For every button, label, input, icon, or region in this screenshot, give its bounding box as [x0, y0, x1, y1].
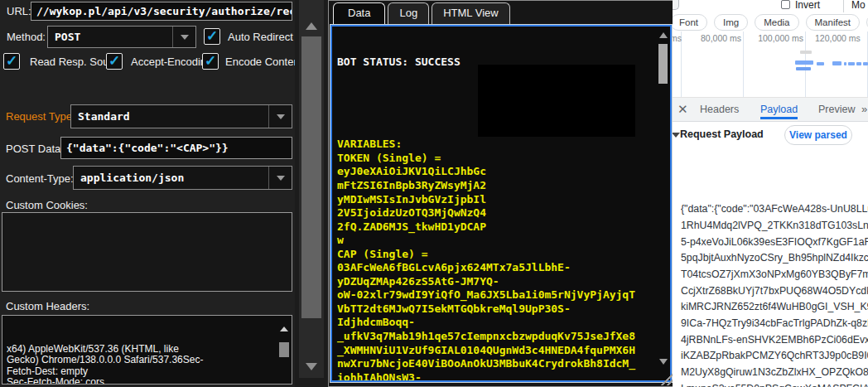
custom-headers-scrollbar[interactable] [278, 317, 290, 382]
scroll-down-icon[interactable] [306, 363, 317, 370]
waterfall-bar [848, 62, 855, 65]
payload-line: LmuneS3ve55D0pPSgCawXoMASPFCIA9 [681, 381, 868, 387]
payload-line: CcjXtrZ68BkUYj7t7bxPUQ68W4O5DYcdk [681, 283, 868, 300]
content-type-value: application/json [74, 172, 268, 184]
scroll-up-icon[interactable] [306, 22, 317, 30]
waterfall-bar [832, 61, 841, 65]
output-textarea[interactable]: BOT STATUS: SUCCESS VARIABLES:TOKEN (Sin… [330, 25, 672, 382]
scroll-up-icon[interactable] [659, 32, 668, 38]
close-icon[interactable]: ✕ [678, 102, 688, 117]
scrollbar-thumb[interactable] [658, 44, 668, 84]
chevron-down-icon [181, 35, 189, 40]
accept-encoding-label: Accept-Encodin [131, 56, 206, 68]
tab-overflow-icon[interactable]: » [861, 98, 867, 121]
encode-content-label: Encode Conten [225, 56, 295, 68]
post-data-label: POST Data: [6, 143, 64, 155]
timeline-tick: 100,000 ms [749, 33, 803, 43]
bot-output-window: Data Log HTML View BOT STATUS: SUCCESS V… [328, 0, 676, 387]
waterfall-overview[interactable]: ms 80,000 ms 100,000 ms 120,000 ms [673, 0, 868, 97]
scrollbar-thumb[interactable] [301, 36, 321, 318]
request-type-dropdown-arrow[interactable] [268, 105, 292, 128]
payload-line: 5-p4xeVoJiL06k39esE3FIOQxf7KgGF1aF0 [681, 235, 868, 251]
output-scrollbar[interactable] [657, 27, 669, 380]
output-line: TOKEN (Single) = [337, 152, 635, 166]
output-line: _XWMHNViU1VzUf9GIAL0104QUgnWd3c4HNEDA4fq… [337, 344, 635, 358]
redaction-box [478, 65, 635, 137]
output-line: IdjhdcmBoqq- [337, 316, 635, 330]
output-line: eyJ0eXAiOiJKV1QiLCJhbGc [337, 165, 635, 179]
request-config-panel: URL: //wykop.pl/api/v3/security/authoriz… [0, 0, 295, 387]
content-type-dropdown[interactable]: application/json [73, 166, 292, 190]
output-line: w [337, 234, 635, 248]
output-lines: VARIABLES:TOKEN (Single) =eyJ0eXAiOiJKV1… [337, 97, 635, 382]
output-line: CAP (Single) = [337, 248, 635, 262]
tab-log[interactable]: Log [388, 2, 429, 25]
tab-payload[interactable]: Payload [760, 98, 798, 119]
output-line: iohhIAhQNsW3- [337, 371, 635, 382]
request-type-value: Standard [71, 110, 268, 123]
encode-content-checkbox[interactable]: ✓ [202, 53, 219, 70]
url-input[interactable]: //wykop.pl/api/v3/security/authorize/rec… [31, 2, 292, 21]
payload-line: {"data":{"code":"03AFcWeA428s-UnU8LLu [681, 201, 868, 218]
request-type-dropdown[interactable]: Standard [70, 104, 292, 128]
method-label: Method: [7, 31, 46, 43]
method-value: POST [48, 31, 172, 43]
disclosure-triangle-icon[interactable] [673, 133, 680, 138]
payload-line: 9ICa-7HQzTry9i34cbFacTrlgPADhZk-q8zM [681, 316, 868, 332]
scrollbar-thumb[interactable] [279, 342, 289, 357]
output-line: _ufkV3q7Mab19h1qe57cIempnxcbzwpduqKv75Js… [337, 330, 635, 344]
output-tabs: Data Log HTML View [333, 2, 513, 25]
devtools-network-panel: Invert Mo FontImgMediaManifestSocketW ms… [673, 0, 868, 387]
payload-line: M2UyX8gQiruw1N3cZbZlxHX_OPZQkO8 [681, 365, 868, 381]
read-resp-label: Read Resp. Sou [30, 56, 108, 68]
view-parsed-button[interactable]: View parsed [784, 125, 852, 145]
tab-html-view[interactable]: HTML View [432, 2, 509, 25]
output-line: yMDIwMSIsInJvbGVzIjpbIl [337, 193, 635, 207]
url-label: URL: [7, 5, 31, 17]
content-type-label: Content-Type: [6, 172, 74, 185]
method-dropdown[interactable]: POST [47, 26, 196, 48]
payload-line: iKZABZpRbakPCMZY6QchRT3J9p0cB9I0t [681, 348, 868, 365]
output-line: yDZUqZMAp426zS5AtG-JM7YQ- [337, 275, 635, 289]
panel-scrollbar[interactable] [295, 0, 328, 387]
method-dropdown-arrow[interactable] [172, 27, 195, 47]
auto-redirect-label: Auto Redirect [228, 31, 293, 43]
custom-headers-line: Sec-Fetch-Mode: cors [7, 377, 277, 385]
waterfall-bar [795, 60, 813, 65]
tab-data[interactable]: Data [333, 2, 385, 25]
timeline-tick: ms [673, 33, 680, 43]
payload-line: 5pqJbjtAuxhNyzoCSry_Bh95hplNZd4Ikzc [681, 250, 868, 267]
payload-line: 4jRBNnLFs-enSHVK2EMBh6PzCi06dEvxTe [681, 332, 868, 349]
content-type-dropdown-arrow[interactable] [268, 167, 292, 189]
custom-headers-textarea[interactable]: x64) AppleWebKit/537.36 (KHTML, likeGeck… [2, 315, 292, 385]
tab-headers[interactable]: Headers [700, 98, 739, 121]
output-line: oW-02xlr79wdI9YiQfO_Ma6JX5Lba1i0m5rNjVyP… [337, 288, 635, 302]
auto-redirect-checkbox[interactable]: ✓ [204, 28, 220, 45]
timeline-gridline [743, 31, 744, 97]
waterfall-bar [863, 62, 868, 65]
chevron-down-icon [277, 176, 285, 181]
tab-preview[interactable]: Preview [818, 98, 855, 121]
accept-encoding-checkbox[interactable]: ✓ [106, 53, 123, 70]
output-line: 03AFcWeA6fBGLcvA6pjx624MTx7a5JlLbhE- [337, 261, 635, 275]
output-line: VARIABLES: [337, 138, 635, 152]
custom-cookies-textarea[interactable] [2, 212, 292, 292]
payload-line: T04tcsOZ7jXmX3oNPxMg60YB3QByF7m4 [681, 267, 868, 283]
custom-cookies-label: Custom Cookies: [6, 199, 88, 211]
timeline-tick: 120,000 ms [815, 33, 868, 43]
output-line: VbTT2dt6MJwQ7I5ekMTGQbkreMql9UpP30S- [337, 302, 635, 317]
request-payload-title: Request Payload [680, 128, 764, 140]
timeline-tick: 80,000 ms [692, 33, 741, 43]
output-line: 2fQ.ZAD6MJS_tkwHD1yDCAP [337, 220, 635, 235]
read-resp-checkbox[interactable]: ✓ [3, 53, 20, 70]
waterfall-bar [796, 67, 811, 70]
scroll-up-icon[interactable] [280, 327, 288, 331]
output-line: mFtZSI6InBpb3RyZWsyMjA2 [337, 179, 635, 193]
scroll-down-icon[interactable] [659, 359, 668, 365]
waterfall-bar [800, 51, 812, 54]
waterfall-bar [817, 62, 824, 65]
payload-line: kiMRCJRNZ652zt6f4WuHB0gGI_VSH_K90 [681, 299, 868, 316]
request-detail-tabbar: ✕ Headers Payload Preview » [673, 98, 868, 122]
custom-headers-label: Custom Headers: [6, 300, 89, 312]
post-data-input[interactable]: {"data":{"code":"<CAP>"}} [60, 137, 292, 159]
